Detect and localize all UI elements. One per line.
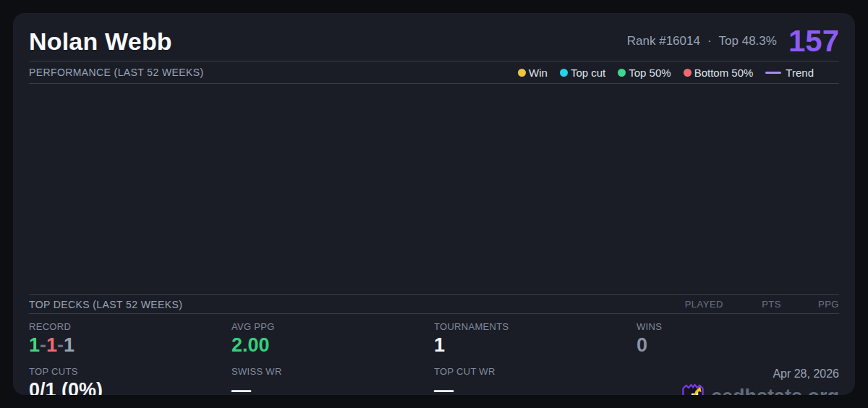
stat-wins-label: WINS (637, 321, 839, 332)
top-decks-header-row: TOP DECKS (LAST 52 WEEKS) PLAYED PTS PPG (29, 295, 839, 313)
top-decks-columns: PLAYED PTS PPG (665, 299, 839, 310)
stat-swiss-wr-value: — (231, 379, 434, 395)
record-dash: - (40, 334, 46, 356)
record-dash: - (57, 334, 64, 356)
cedhstats-shield-logo-icon (681, 383, 705, 395)
stat-avg-ppg-label: AVG PPG (231, 321, 434, 332)
chart-legend: Win Top cut Top 50% Bottom 50% Trend (518, 67, 814, 79)
legend-label-win: Win (529, 67, 548, 79)
stat-top-cut-wr-label: TOP CUT WR (434, 366, 637, 377)
stat-tournaments-value: 1 (434, 334, 637, 356)
top-percent-text: Top 48.3% (719, 34, 777, 48)
stat-tournaments: TOURNAMENTS 1 (434, 314, 637, 356)
card-header: Nolan Webb Rank #16014 · Top 48.3% 157 (29, 22, 839, 61)
win-dot-icon (518, 69, 526, 77)
date-text: Apr 28, 2026 (773, 367, 839, 381)
performance-header-row: PERFORMANCE (LAST 52 WEEKS) Win Top cut … (29, 61, 839, 83)
stat-wins-value: 0 (637, 334, 839, 356)
column-header-played: PLAYED (665, 299, 723, 310)
stat-tournaments-label: TOURNAMENTS (434, 321, 637, 332)
bottom50-dot-icon (684, 69, 692, 77)
stat-wins: WINS 0 (637, 314, 839, 356)
page-background: { "colors": { "accent_purple": "#8b5cf6"… (0, 0, 868, 408)
legend-label-top-cut: Top cut (571, 67, 605, 79)
legend-label-trend: Trend (786, 67, 814, 79)
legend-label-top50: Top 50% (629, 67, 671, 79)
legend-label-bottom50: Bottom 50% (694, 67, 754, 79)
brand-link[interactable]: cedhstats.org (681, 383, 839, 395)
player-stats-card: Nolan Webb Rank #16014 · Top 48.3% 157 P… (13, 13, 855, 395)
legend-item-bottom50: Bottom 50% (684, 67, 754, 79)
performance-chart (29, 84, 839, 294)
legend-item-top50: Top 50% (618, 67, 671, 79)
stat-avg-ppg-value: 2.00 (231, 334, 434, 356)
stat-record-value: 1-1-1 (29, 334, 231, 356)
column-header-ppg: PPG (781, 299, 839, 310)
top-decks-section-title: TOP DECKS (LAST 52 WEEKS) (29, 299, 182, 310)
rank-text: Rank #16014 (627, 34, 700, 48)
stat-top-cuts: TOP CUTS 0/1 (0%) (29, 359, 231, 395)
top50-dot-icon (618, 69, 626, 77)
record-wins: 1 (29, 334, 40, 356)
score-badge: 157 (788, 26, 839, 56)
footer-cell: Apr 28, 2026 cedhstats.org (637, 359, 839, 395)
stat-top-cut-wr-value: — (434, 379, 637, 395)
stat-top-cut-wr: TOP CUT WR — (434, 359, 637, 395)
performance-section-title: PERFORMANCE (LAST 52 WEEKS) (29, 67, 204, 78)
rank-block: Rank #16014 · Top 48.3% 157 (627, 26, 839, 56)
legend-item-top-cut: Top cut (560, 67, 605, 79)
record-draws: 1 (64, 334, 75, 356)
stat-top-cuts-label: TOP CUTS (29, 366, 231, 377)
trend-line-icon (765, 72, 781, 74)
stat-record: RECORD 1-1-1 (29, 314, 231, 356)
dot-separator: · (707, 34, 712, 48)
brand-text: cedhstats.org (711, 386, 839, 396)
stat-swiss-wr: SWISS WR — (231, 359, 434, 395)
top-cut-dot-icon (560, 69, 568, 77)
column-header-pts: PTS (723, 299, 781, 310)
page-title: Nolan Webb (29, 27, 172, 56)
record-losses: 1 (46, 334, 57, 356)
stat-top-cuts-value: 0/1 (0%) (29, 379, 231, 395)
stat-record-label: RECORD (29, 321, 231, 332)
stat-swiss-wr-label: SWISS WR (231, 366, 434, 377)
stat-avg-ppg: AVG PPG 2.00 (231, 314, 434, 356)
rank-line: Rank #16014 · Top 48.3% (627, 34, 777, 48)
summary-stats-grid: RECORD 1-1-1 AVG PPG 2.00 TOURNAMENTS 1 … (29, 314, 839, 395)
legend-item-trend: Trend (765, 67, 814, 79)
legend-item-win: Win (518, 67, 548, 79)
